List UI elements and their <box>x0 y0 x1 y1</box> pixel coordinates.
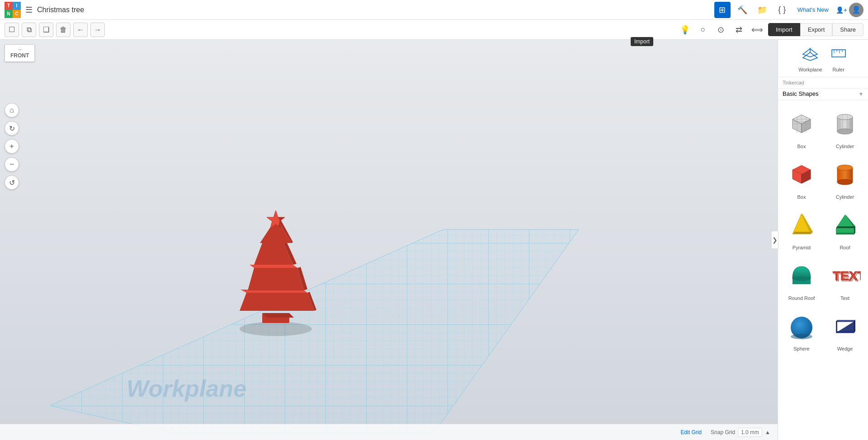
panel-top: Workplane Ruler <box>778 40 868 77</box>
toolbar: ☐ ⧉ ❑ 🗑 ← → 💡 ○ ⊙ ⇄ ⟺ Import Export Shar… <box>0 20 868 40</box>
shape-cylinder-orange-canvas <box>827 156 863 192</box>
shape-cylinder-orange-label: Cylinder <box>836 194 854 200</box>
category-dropdown-arrow: ▼ <box>859 91 863 97</box>
svg-marker-12 <box>250 265 297 268</box>
category-selector[interactable]: Basic Shapes ▼ <box>778 89 868 100</box>
home-view-btn[interactable]: ⌂ <box>5 103 19 117</box>
shape-box-red[interactable]: Box <box>782 154 821 201</box>
svg-point-82 <box>791 334 812 339</box>
shape-text[interactable]: TEXT TEXT Text <box>825 256 865 303</box>
undo-btn[interactable]: ← <box>73 23 88 37</box>
codeblocks-btn[interactable]: { } <box>774 2 790 18</box>
shape-pyramid[interactable]: Pyramid <box>782 205 821 252</box>
import-export-share: Import Export Share <box>768 23 863 36</box>
shape-roof-label: Roof <box>840 245 850 250</box>
collapse-panel-btn[interactable]: ❯ <box>771 231 778 249</box>
shape-roof-canvas <box>827 207 863 243</box>
shape-sphere[interactable]: Sphere <box>782 306 821 353</box>
user-avatar[interactable]: 👤 <box>849 3 863 17</box>
snap-grid-arrow[interactable]: ▲ <box>765 429 770 435</box>
front-label: ··· FRONT <box>5 44 35 62</box>
3d-view-btn[interactable]: ⊞ <box>714 2 731 18</box>
edit-grid-btn[interactable]: Edit Grid <box>680 429 702 435</box>
workplane-tool[interactable]: Workplane <box>798 44 822 72</box>
nav-right: ⊞ 🔨 📁 { } What's New 👤+ 👤 <box>714 2 863 18</box>
viewport-canvas: Workplane <box>0 40 778 440</box>
bottom-bar: Edit Grid Snap Grid 1.0 mm ▲ <box>0 424 778 440</box>
svg-marker-10 <box>248 268 304 290</box>
build-btn[interactable]: 🔨 <box>734 2 750 18</box>
category-dropdown[interactable]: Tinkercad <box>778 77 868 89</box>
light-icon[interactable]: 💡 <box>678 23 692 37</box>
tinkercad-label: Tinkercad <box>783 80 863 85</box>
svg-marker-75 <box>836 233 855 234</box>
svg-marker-87 <box>836 320 837 333</box>
svg-marker-69 <box>836 215 854 228</box>
share-button[interactable]: Share <box>832 23 863 36</box>
user-area[interactable]: 👤+ 👤 <box>836 3 863 17</box>
shape-box-red-label: Box <box>797 194 806 200</box>
svg-marker-19 <box>803 52 817 61</box>
snap-grid-value[interactable]: 1.0 mm <box>738 428 762 437</box>
shape-wedge-canvas <box>827 308 863 344</box>
align-icon[interactable]: ⊙ <box>714 23 728 37</box>
logo: T I N C <box>5 2 21 18</box>
zoom-out-btn[interactable]: − <box>5 157 19 172</box>
zoom-in-btn[interactable]: + <box>5 139 19 154</box>
shape-text-canvas: TEXT TEXT <box>827 257 863 294</box>
whats-new-button[interactable]: What's New <box>794 5 832 15</box>
circle-icon[interactable]: ○ <box>696 23 710 37</box>
shape-box-grey-label: Box <box>797 144 806 149</box>
flip-icon[interactable]: ⇄ <box>732 23 746 37</box>
shape-wedge-label: Wedge <box>837 346 853 351</box>
shapes-scroll[interactable]: Box <box>778 100 868 440</box>
delete-btn[interactable]: 🗑 <box>56 23 71 37</box>
import-tooltip: Import <box>631 37 653 46</box>
duplicate-btn[interactable]: ❑ <box>39 23 53 37</box>
top-nav: T I N C ☰ Christmas tree ⊞ 🔨 📁 { } What'… <box>0 0 868 20</box>
fit-all-btn[interactable]: ↺ <box>5 175 19 190</box>
orbit-btn[interactable]: ↻ <box>5 121 19 136</box>
shape-box-grey[interactable]: Box <box>782 104 821 151</box>
ruler-icon <box>830 44 848 65</box>
shape-round-roof[interactable]: Round Roof <box>782 256 821 303</box>
workplane-label: Workplane <box>798 67 822 72</box>
ruler-tool[interactable]: Ruler <box>830 44 848 72</box>
copy-btn[interactable]: ⧉ <box>22 23 36 37</box>
shape-roof[interactable]: Roof <box>825 205 865 252</box>
logo-t: T <box>5 2 13 10</box>
snap-grid: Snap Grid 1.0 mm ▲ <box>711 428 770 437</box>
toolbar-right: 💡 ○ ⊙ ⇄ ⟺ Import Export Share <box>678 23 863 37</box>
mirror-icon[interactable]: ⟺ <box>750 23 764 37</box>
document-icon[interactable]: ☰ <box>25 5 33 15</box>
right-panel: Workplane Ruler Tinkercad Ba <box>778 40 868 440</box>
shape-text-label: Text <box>840 295 849 301</box>
shape-cylinder-orange[interactable]: Cylinder <box>825 154 865 201</box>
svg-point-4 <box>240 322 312 336</box>
front-text: FRONT <box>10 52 29 59</box>
shape-cylinder-grey-canvas <box>827 106 863 142</box>
svg-point-78 <box>793 276 811 281</box>
svg-marker-71 <box>836 226 855 228</box>
add-user-icon: 👤+ <box>836 6 847 14</box>
workplane-watermark: Workplane <box>127 375 246 402</box>
shape-cylinder-grey[interactable]: Cylinder <box>825 104 865 151</box>
import-button[interactable]: Import <box>768 23 800 36</box>
logo-c: C <box>13 10 21 18</box>
projects-btn[interactable]: 📁 <box>754 2 770 18</box>
svg-marker-6 <box>262 313 294 318</box>
viewport[interactable]: ··· FRONT <box>0 40 778 440</box>
shapes-grid: Box <box>782 104 864 353</box>
shape-wedge[interactable]: Wedge <box>825 306 865 353</box>
svg-marker-85 <box>836 331 855 333</box>
new-design-btn[interactable]: ☐ <box>5 23 19 37</box>
shape-pyramid-label: Pyramid <box>793 245 811 250</box>
svg-marker-84 <box>854 320 855 333</box>
left-controls: ⌂ ↻ + − ↺ <box>5 103 19 190</box>
redo-btn[interactable]: → <box>90 23 105 37</box>
logo-n: N <box>5 10 13 18</box>
shape-cylinder-grey-label: Cylinder <box>836 144 854 149</box>
ruler-label: Ruler <box>833 67 844 72</box>
export-button[interactable]: Export <box>800 23 833 36</box>
shape-round-roof-label: Round Roof <box>788 295 815 301</box>
